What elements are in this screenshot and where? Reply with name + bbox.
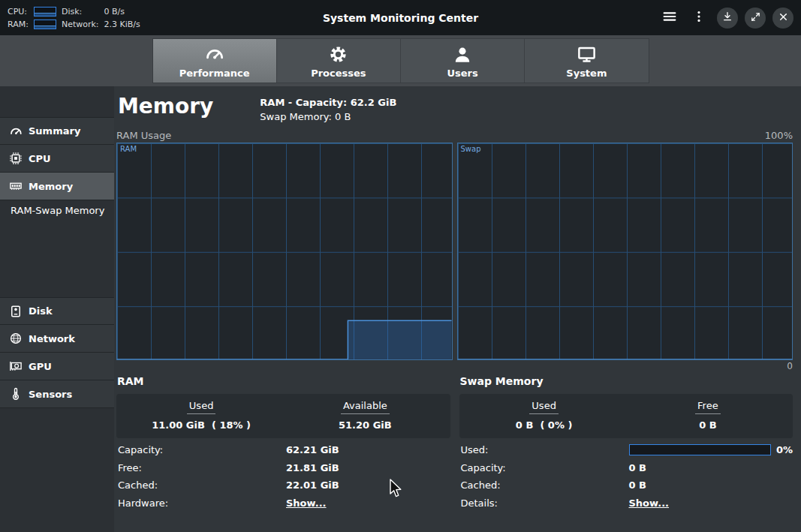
close-icon: [778, 11, 789, 25]
tab-bar: Performance Processes Users System: [0, 35, 801, 86]
swap-details-show-link[interactable]: Show...: [629, 497, 670, 509]
expand-icon: [750, 11, 761, 25]
download-arrow-icon: [721, 11, 733, 25]
sidebar-item-network[interactable]: Network: [0, 325, 114, 353]
swap-free-value: 0 B: [626, 419, 790, 431]
ram-used-available-box: Used 11.00 GiB ( 18% ) Available 51.20 G…: [116, 394, 450, 438]
sidebar-item-disk[interactable]: Disk: [0, 297, 114, 325]
swap-capacity-value: 0 B: [629, 462, 646, 473]
chart-y-min-label: 0: [116, 360, 793, 373]
swap-used-progress-bar: [629, 444, 771, 455]
cpu-mini-graph: [34, 7, 56, 17]
ram-usage-graph: RAM: [116, 143, 453, 360]
swap-series-label: Swap: [461, 145, 481, 153]
cpu-chip-icon: [8, 152, 23, 165]
ram-used-value: 11.00 GiB ( 18% ): [119, 419, 283, 431]
tab-performance[interactable]: Performance: [153, 39, 277, 83]
ram-stick-icon: [8, 179, 23, 193]
ram-available-header: Available: [341, 400, 390, 414]
ram-capacity-label: Capacity:: [118, 444, 286, 455]
minimize-button[interactable]: [717, 8, 738, 29]
chart-title: RAM Usage: [116, 130, 171, 141]
gauge-icon: [8, 125, 23, 138]
swap-used-free-box: Used 0 B ( 0% ) Free 0 B: [459, 394, 793, 438]
ram-available-value: 51.20 GiB: [283, 419, 447, 431]
hamburger-icon: [661, 8, 678, 27]
cpu-label: CPU:: [8, 7, 29, 17]
network-value: 2.3 KiB/s: [104, 20, 140, 29]
network-label: Network:: [62, 20, 99, 29]
sidebar-item-memory[interactable]: Memory: [0, 173, 114, 200]
sidebar-item-label: Network: [29, 333, 75, 344]
swap-free-header: Free: [695, 400, 721, 414]
sidebar-item-label: Disk: [29, 305, 53, 317]
ram-capacity-summary: RAM - Capacity: 62.2 GiB: [260, 96, 396, 110]
gpu-card-icon: [8, 359, 23, 373]
tab-label: System: [566, 68, 607, 79]
ram-details-section: RAM Used 11.00 GiB ( 18% ) Available 51.…: [116, 373, 450, 512]
kebab-menu-icon: [691, 9, 706, 26]
swap-used-value: 0 B ( 0% ): [462, 419, 626, 431]
ram-mini-graph: [34, 20, 56, 29]
tab-users[interactable]: Users: [401, 39, 525, 83]
gear-icon: [328, 44, 348, 66]
globe-icon: [8, 332, 23, 345]
memory-page: Memory RAM - Capacity: 62.2 GiB Swap Mem…: [114, 86, 801, 532]
chart-y-max-label: 100%: [765, 130, 793, 141]
ram-hardware-label: Hardware:: [118, 497, 286, 509]
ram-hardware-show-link[interactable]: Show...: [286, 497, 327, 509]
tab-label: Users: [447, 68, 477, 79]
close-button[interactable]: [772, 8, 793, 29]
swap-used-percent: 0%: [776, 444, 793, 455]
ram-free-label: Free:: [118, 462, 286, 473]
monitor-icon: [577, 44, 597, 66]
swap-used-label: Used:: [461, 444, 629, 455]
swap-cached-value: 0 B: [629, 479, 646, 491]
ram-series-label: RAM: [120, 145, 137, 153]
sidebar-item-label: CPU: [29, 153, 51, 164]
ram-capacity-value: 62.21 GiB: [286, 444, 339, 455]
main-menu-button[interactable]: [658, 7, 681, 29]
sidebar-item-label: Summary: [29, 125, 80, 137]
swap-details-section: Swap Memory Used 0 B ( 0% ) Free 0 B Use…: [459, 373, 793, 512]
gauge-icon: [204, 44, 224, 66]
swap-usage-graph: Swap: [457, 143, 793, 360]
swap-used-header: Used: [529, 400, 559, 414]
titlebar-stats: CPU: Disk: 0 B/s RAM: Network: 2.3 KiB/s: [8, 5, 140, 31]
swap-details-label: Details:: [461, 497, 629, 509]
ram-cached-value: 22.01 GiB: [286, 479, 339, 491]
disk-value: 0 B/s: [104, 7, 140, 17]
ram-section-heading: RAM: [117, 375, 450, 389]
sidebar-item-label: Sensors: [29, 389, 72, 400]
titlebar: CPU: Disk: 0 B/s RAM: Network: 2.3 KiB/s…: [0, 0, 801, 35]
options-menu-button[interactable]: [688, 7, 710, 29]
memory-usage-chart: RAM Swap: [116, 143, 793, 360]
sidebar-item-sensors[interactable]: Sensors: [0, 380, 114, 408]
swap-cached-label: Cached:: [461, 479, 629, 491]
ram-used-header: Used: [187, 400, 216, 414]
disk-label: Disk:: [62, 7, 99, 17]
tab-label: Processes: [311, 68, 366, 79]
tab-label: Performance: [179, 68, 250, 79]
ram-cached-label: Cached:: [118, 479, 286, 491]
sidebar-subitem-ram-swap-memory[interactable]: RAM-Swap Memory: [0, 200, 114, 221]
ram-free-value: 21.81 GiB: [286, 462, 339, 473]
swap-section-heading: Swap Memory: [460, 375, 793, 389]
sidebar-item-summary[interactable]: Summary: [0, 117, 114, 145]
tab-system[interactable]: System: [525, 39, 648, 83]
swap-capacity-label: Capacity:: [461, 462, 629, 473]
sidebar-item-cpu[interactable]: CPU: [0, 145, 114, 173]
maximize-button[interactable]: [745, 8, 766, 29]
thermometer-icon: [8, 387, 23, 401]
sidebar-item-label: GPU: [29, 361, 52, 372]
user-icon: [453, 44, 472, 66]
page-title: Memory: [118, 95, 213, 119]
ram-label: RAM:: [8, 20, 29, 29]
sidebar: Summary CPU Memory RAM-Swap Memory Disk …: [0, 86, 114, 532]
disk-icon: [8, 305, 23, 318]
sidebar-item-label: Memory: [29, 181, 73, 192]
swap-memory-summary: Swap Memory: 0 B: [260, 110, 396, 125]
tab-processes[interactable]: Processes: [277, 39, 401, 83]
sidebar-item-gpu[interactable]: GPU: [0, 353, 114, 380]
